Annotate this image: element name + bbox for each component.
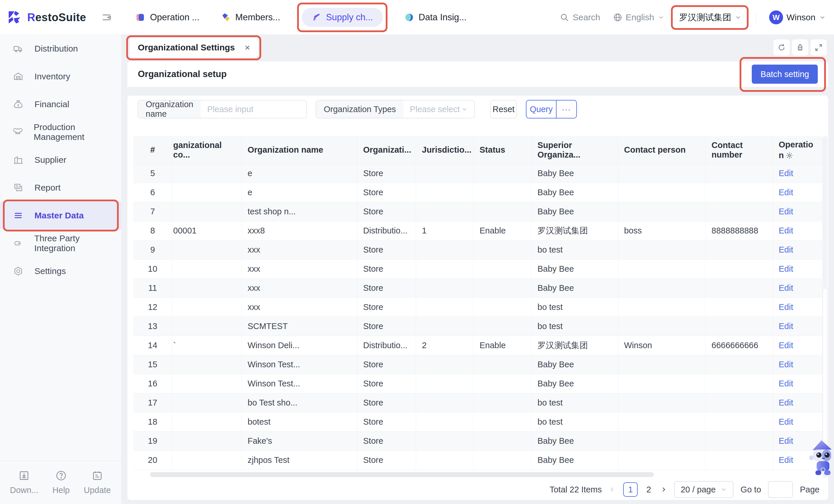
search-button[interactable]: Search [560,13,600,22]
batch-setting-button[interactable]: Batch setting [752,65,818,84]
user-menu[interactable]: W Winson [769,10,826,24]
jurisdiction-link[interactable] [416,279,474,298]
superior-org-cell: 罗汉测试集团 [532,336,618,355]
language-selector[interactable]: English [613,13,665,22]
jurisdiction-link[interactable] [416,202,474,221]
edit-link[interactable]: Edit [779,455,793,465]
org-name-link[interactable]: e [242,183,357,202]
sidebar-item-financial[interactable]: $ Financial [0,90,121,118]
org-name-link[interactable]: zjhpos Test [242,451,357,470]
sidebar-collapse-icon[interactable] [101,12,112,23]
org-name-link[interactable]: xxx [242,298,357,317]
sidebar-item-inventory[interactable]: Inventory [0,63,121,90]
jurisdiction-link[interactable] [416,393,474,413]
edit-link[interactable]: Edit [779,379,793,389]
sidebar-item-distribution[interactable]: Distribution [0,35,121,63]
download-button[interactable]: Down... [10,470,38,495]
page-size-select[interactable]: 20 / page [674,481,733,498]
org-name-link[interactable]: xxx [242,279,357,298]
edit-link[interactable]: Edit [779,302,793,312]
clean-button[interactable] [792,39,808,56]
edit-link[interactable]: Edit [779,226,793,236]
query-more-button[interactable]: ... [556,101,576,118]
jurisdiction-link[interactable] [416,183,474,202]
edit-link[interactable]: Edit [779,169,793,178]
org-name-link[interactable]: SCMTEST [242,317,357,336]
update-button[interactable]: Update [84,470,111,495]
org-name-link[interactable]: test shop n... [242,202,357,221]
gear-icon[interactable] [786,152,793,159]
jurisdiction-link[interactable] [416,240,474,260]
reset-button[interactable]: Reset [490,100,517,118]
page-button-1[interactable]: 1 [623,482,638,497]
sidebar-item-report[interactable]: Report [0,174,121,202]
org-name-link[interactable]: Fake's [242,432,357,451]
tab-organizational-settings[interactable]: Organizational Settings × [130,38,258,57]
next-page-button[interactable] [660,486,667,493]
jurisdiction-link[interactable] [416,355,474,374]
org-name-link[interactable]: xxx8 [242,221,357,240]
org-name-input[interactable] [201,101,307,118]
jurisdiction-link[interactable] [416,164,474,183]
nav-data-insight[interactable]: Data Insig... [404,8,466,27]
superior-org-cell: bo test [532,298,618,317]
edit-link[interactable]: Edit [779,245,793,255]
brand-name: RestoSuite [27,11,86,24]
nav-operation[interactable]: Operation ... [135,8,199,27]
edit-link[interactable]: Edit [779,188,793,197]
jurisdiction-link[interactable]: 1 [416,221,474,240]
edit-link[interactable]: Edit [779,341,793,350]
edit-link[interactable]: Edit [779,283,793,293]
prev-page-button[interactable] [609,486,616,493]
edit-link[interactable]: Edit [779,398,793,408]
nav-members[interactable]: Members... [221,8,280,27]
sidebar-footer: Down... Help Update [0,461,121,504]
org-name-link[interactable]: xxx [242,240,357,260]
close-icon[interactable]: × [245,43,250,52]
status-cell [474,317,532,336]
fullscreen-button[interactable] [811,39,827,56]
jurisdiction-link[interactable] [416,260,474,279]
org-name-link[interactable]: xxx [242,260,357,279]
org-name-link[interactable]: bo Test sho... [242,393,357,413]
contact-person-cell [618,240,706,260]
edit-link[interactable]: Edit [779,264,793,274]
edit-link[interactable]: Edit [779,417,793,427]
org-name-link[interactable]: Winson Deli... [242,336,357,355]
nav-supply-chain[interactable]: Supply ch... [302,8,383,27]
query-button[interactable]: Query [526,101,556,118]
jurisdiction-link[interactable] [416,317,474,336]
jurisdiction-link[interactable] [416,451,474,470]
org-type-select[interactable]: Please select [403,101,474,118]
org-name-link[interactable]: Winson Test... [242,355,357,374]
brand-logo[interactable]: RestoSuite [7,0,86,35]
refresh-button[interactable] [773,39,790,56]
sidebar-item-master-data[interactable]: Master Data [0,202,121,229]
sidebar-item-three-party-integration[interactable]: Three Party Integration [0,229,121,257]
org-switcher[interactable]: 罗汉测试集团 [677,12,743,23]
edit-link[interactable]: Edit [779,360,793,369]
edit-link[interactable]: Edit [779,207,793,216]
jurisdiction-link[interactable] [416,432,474,451]
horizontal-scrollbar[interactable] [150,472,654,477]
goto-page-input[interactable] [768,481,793,498]
edit-link[interactable]: Edit [779,436,793,446]
org-name-link[interactable]: Winson Test... [242,374,357,393]
jurisdiction-link[interactable] [416,374,474,393]
mascot-robot[interactable] [809,440,834,479]
status-cell [474,279,532,298]
org-name-link[interactable]: e [242,164,357,183]
jurisdiction-link[interactable] [416,298,474,317]
sidebar-item-production-management[interactable]: Production Management [0,118,121,146]
superior-org-cell: Baby Bee [532,355,618,374]
page-button-2[interactable]: 2 [644,485,653,495]
jurisdiction-link[interactable] [416,413,474,432]
superior-org-cell: 罗汉测试集团 [532,221,618,240]
edit-link[interactable]: Edit [779,322,793,331]
org-name-link[interactable]: botest [242,413,357,432]
sidebar-item-supplier[interactable]: Supplier [0,146,121,174]
sidebar-item-settings[interactable]: Settings [0,257,121,285]
row-index: 8 [133,221,172,240]
jurisdiction-link[interactable]: 2 [416,336,474,355]
help-button[interactable]: Help [52,470,70,495]
